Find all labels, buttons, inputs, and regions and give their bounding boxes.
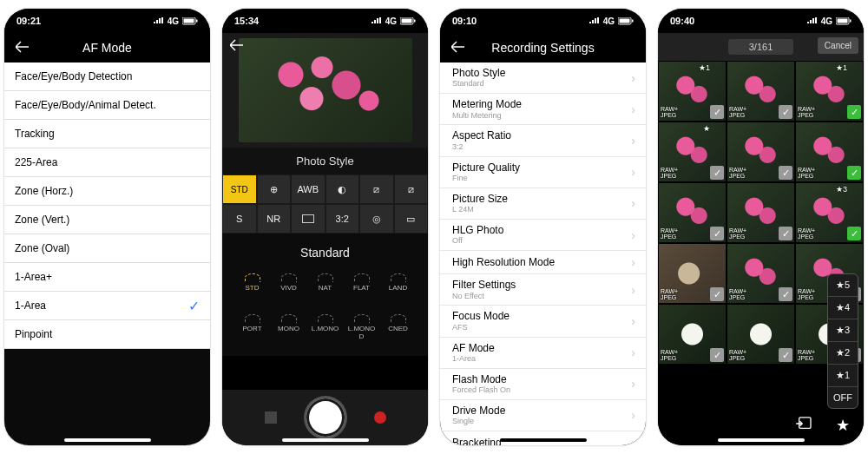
- home-indicator[interactable]: [282, 438, 369, 442]
- list-item-label: Face/Eye/Body/Animal Detect.: [15, 99, 156, 111]
- settings-row[interactable]: High Resolution Mode›: [440, 251, 646, 274]
- rating-option[interactable]: ★1: [828, 365, 858, 387]
- grid-item[interactable]: AWB: [291, 174, 326, 204]
- status-indicators: 4G: [807, 16, 852, 26]
- list-item[interactable]: 1-Area✓: [4, 292, 210, 320]
- selection-checkbox[interactable]: ✓: [779, 348, 792, 362]
- selection-checkbox[interactable]: ✓: [847, 166, 861, 180]
- grid-item[interactable]: ⧄: [394, 174, 429, 204]
- list-item[interactable]: Pinpoint: [4, 320, 210, 349]
- style-chip[interactable]: VIVD: [276, 273, 302, 292]
- list-item[interactable]: Tracking: [4, 120, 210, 148]
- list-item[interactable]: Zone (Oval): [4, 234, 210, 263]
- back-button[interactable]: [13, 38, 34, 56]
- selection-checkbox[interactable]: ✓: [779, 287, 792, 301]
- home-indicator[interactable]: [500, 438, 587, 442]
- signal-icon: [372, 17, 382, 24]
- settings-row[interactable]: Picture QualityFine›: [440, 157, 646, 188]
- style-chip[interactable]: PORT: [240, 314, 266, 340]
- selection-header: 3/161 Cancel: [658, 33, 864, 61]
- selection-count: 3/161: [728, 39, 794, 55]
- format-label: RAW+ JPEG: [798, 349, 815, 362]
- selection-checkbox[interactable]: ✓: [710, 105, 724, 119]
- thumbnail[interactable]: RAW+ JPEG✓: [658, 182, 727, 243]
- style-chip[interactable]: NAT: [312, 273, 339, 292]
- thumbnail[interactable]: RAW+ JPEG✓: [795, 122, 864, 182]
- grid-item[interactable]: ▭: [394, 204, 429, 234]
- list-item[interactable]: 1-Area+: [4, 263, 210, 292]
- grid-item[interactable]: [291, 204, 326, 234]
- shutter-button[interactable]: [306, 398, 345, 437]
- style-chip[interactable]: L.MONO: [312, 314, 339, 340]
- rating-option[interactable]: OFF: [828, 387, 858, 408]
- format-label: RAW+ JPEG: [661, 227, 678, 240]
- rating-option[interactable]: ★5: [828, 274, 858, 297]
- format-label: RAW+ JPEG: [798, 106, 815, 119]
- thumbnail[interactable]: RAW+ JPEG★3✓: [795, 182, 864, 243]
- list-item[interactable]: Zone (Horz.): [4, 177, 210, 206]
- style-chip[interactable]: MONO: [276, 314, 302, 340]
- selection-checkbox[interactable]: ✓: [710, 348, 724, 362]
- settings-row[interactable]: Metering ModeMulti Metering›: [440, 94, 646, 125]
- grid-item[interactable]: S: [222, 204, 257, 234]
- selection-checkbox[interactable]: ✓: [710, 166, 724, 180]
- screen-title: AF Mode: [82, 41, 132, 55]
- settings-row[interactable]: Filter SettingsNo Effect›: [440, 274, 646, 306]
- style-chip[interactable]: LAND: [385, 273, 411, 292]
- style-chip-label: FLAT: [353, 284, 370, 292]
- grid-item[interactable]: ◎: [359, 204, 394, 234]
- settings-row[interactable]: Flash ModeForced Flash On›: [440, 369, 646, 400]
- home-indicator[interactable]: [64, 438, 151, 442]
- style-chip[interactable]: FLAT: [349, 273, 375, 292]
- rating-option[interactable]: ★4: [828, 297, 858, 319]
- list-item[interactable]: 225-Area: [4, 148, 210, 177]
- grid-item[interactable]: ⊕: [257, 174, 292, 204]
- thumbnail[interactable]: RAW+ JPEG✓: [727, 182, 795, 243]
- settings-row[interactable]: Drive ModeSingle›: [440, 400, 646, 431]
- style-chip[interactable]: STD: [240, 273, 266, 292]
- grid-item[interactable]: STD: [222, 174, 257, 204]
- settings-row[interactable]: Focus ModeAFS›: [440, 306, 646, 337]
- home-indicator[interactable]: [718, 438, 805, 442]
- selection-checkbox[interactable]: ✓: [779, 105, 792, 119]
- thumbnail[interactable]: RAW+ JPEG✓: [727, 243, 795, 304]
- star-icon[interactable]: ★: [836, 416, 850, 435]
- import-icon[interactable]: [796, 417, 812, 434]
- selection-checkbox[interactable]: ✓: [847, 105, 861, 119]
- grid-item[interactable]: 3:2: [326, 204, 360, 234]
- selection-checkbox[interactable]: ✓: [710, 227, 724, 240]
- settings-row[interactable]: AF Mode1-Area›: [440, 338, 646, 369]
- cancel-button[interactable]: Cancel: [818, 37, 858, 54]
- thumbnail[interactable]: RAW+ JPEG★✓: [658, 122, 727, 182]
- settings-row[interactable]: HLG PhotoOff›: [440, 220, 646, 251]
- live-preview[interactable]: [222, 33, 428, 148]
- style-chip[interactable]: CNED: [385, 314, 411, 340]
- thumbnail[interactable]: RAW+ JPEG★1✓: [795, 61, 864, 122]
- thumbnail[interactable]: RAW+ JPEG✓: [658, 243, 727, 304]
- settings-row[interactable]: Aspect Ratio3:2›: [440, 125, 646, 156]
- rating-option[interactable]: ★3: [828, 319, 858, 342]
- thumbnail[interactable]: RAW+ JPEG✓: [727, 61, 795, 122]
- list-item[interactable]: Zone (Vert.): [4, 206, 210, 234]
- thumbnail[interactable]: RAW+ JPEG✓: [727, 304, 795, 365]
- back-button[interactable]: [227, 36, 248, 54]
- selection-checkbox[interactable]: ✓: [779, 227, 792, 240]
- back-button[interactable]: [449, 38, 470, 56]
- grid-item[interactable]: ⧄: [359, 174, 394, 204]
- selection-checkbox[interactable]: ✓: [710, 287, 724, 301]
- settings-row[interactable]: Picture SizeL 24M›: [440, 188, 646, 220]
- list-item[interactable]: Face/Eye/Body/Animal Detect.: [4, 91, 210, 120]
- grid-item[interactable]: ◐: [326, 174, 360, 204]
- selection-checkbox[interactable]: ✓: [847, 227, 861, 240]
- selection-checkbox[interactable]: ✓: [779, 166, 792, 180]
- thumbnail[interactable]: RAW+ JPEG✓: [658, 304, 727, 365]
- style-chip[interactable]: L.MONO D: [349, 314, 375, 340]
- rating-option[interactable]: ★2: [828, 342, 858, 365]
- thumbnail[interactable]: RAW+ JPEG✓: [727, 122, 795, 182]
- thumbnail[interactable]: RAW+ JPEG★1✓: [658, 61, 727, 122]
- settings-row[interactable]: Photo StyleStandard›: [440, 63, 646, 94]
- grid-item[interactable]: NR: [257, 204, 292, 234]
- record-button[interactable]: [374, 411, 386, 424]
- list-item[interactable]: Face/Eye/Body Detection: [4, 63, 210, 91]
- mode-icon[interactable]: [265, 411, 277, 424]
